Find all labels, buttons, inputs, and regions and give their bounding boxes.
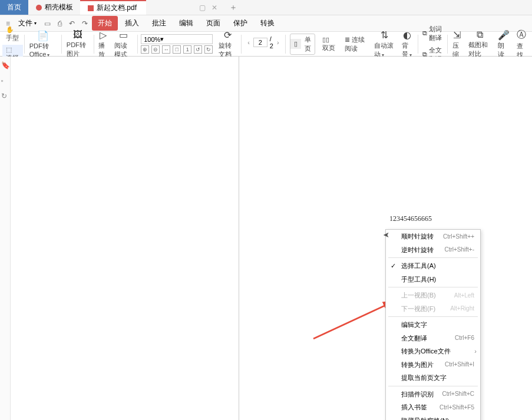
background[interactable]: ◐背景	[398, 28, 417, 60]
sidebar: 🔖 ▫ ↻	[0, 57, 11, 420]
redo-icon[interactable]: ↷	[79, 18, 91, 29]
actual-size-icon[interactable]: 1	[183, 45, 191, 54]
continuous-read[interactable]: ≣ 连续阅读	[341, 34, 371, 54]
zoom-out-icon[interactable]: ⊖	[151, 45, 160, 54]
close-tab-icon[interactable]: ✕	[206, 4, 223, 12]
tab-label: 稻壳模板	[45, 2, 73, 12]
play-button[interactable]: ▷播放	[95, 28, 111, 60]
rotate-left-icon[interactable]: ↺	[194, 45, 202, 54]
bookmark-icon[interactable]: 🔖	[1, 61, 9, 70]
rotate-doc[interactable]: ⟳旋转文档	[215, 28, 240, 60]
read-aloud[interactable]: 🎤朗读	[494, 28, 513, 60]
pdf-icon	[87, 5, 94, 12]
document-body-text: 123454656665	[389, 214, 432, 223]
ctx-hand-tool[interactable]: 手型工具(H)	[386, 273, 480, 286]
tab-label: 新起文档.pdf	[97, 3, 137, 13]
auto-scroll[interactable]: ⇅自动滚动	[371, 28, 398, 60]
word-translate[interactable]: ⧉划词翻译	[419, 24, 446, 44]
tab-document[interactable]: 新起文档.pdf	[80, 0, 146, 15]
ctx-full-translate[interactable]: 全文翻译Ctrl+F6	[386, 332, 480, 345]
restore-icon[interactable]: ▢	[199, 4, 206, 12]
page-1-view[interactable]	[11, 57, 239, 420]
hand-tool[interactable]: ✋ 手型	[2, 25, 23, 44]
pdf-to-office[interactable]: 📄PDF转Office	[26, 29, 60, 59]
page-navigator: ‹ / 2 ›	[246, 35, 280, 49]
menu-annotate[interactable]: 批注	[146, 16, 172, 31]
prev-page-icon[interactable]: ‹	[246, 39, 251, 46]
attachment-icon[interactable]: ↻	[1, 92, 9, 100]
ctx-rotate-ccw[interactable]: 逆时针旋转Ctrl+Shift+-	[386, 243, 480, 257]
rotate-right-icon[interactable]: ↻	[204, 45, 213, 54]
new-tab-button[interactable]: ＋	[223, 2, 243, 13]
ctx-next-view: 下一视图(F)Alt+Right	[386, 302, 480, 316]
toolbar: ✋ 手型 ⬚ 选择 📄PDF转Office 🖼PDF转图片 ▷播放 ▭阅读模式 …	[0, 32, 532, 57]
open-icon[interactable]: ▭	[41, 18, 54, 29]
ctx-convert-office[interactable]: 转换为Office文件	[386, 345, 480, 358]
ctx-rotate-cw[interactable]: 顺时针旋转Ctrl+Shift++	[386, 230, 480, 243]
context-menu: 顺时针旋转Ctrl+Shift++ 逆时针旋转Ctrl+Shift+- ✓选择工…	[385, 229, 481, 420]
fit-page-icon[interactable]: □	[173, 45, 181, 54]
double-page[interactable]: ▯▯ 双页	[319, 35, 341, 54]
app-icon	[35, 4, 42, 11]
ctx-edit-text[interactable]: 编辑文字	[386, 318, 480, 332]
single-page[interactable]: ▯单页	[286, 32, 319, 56]
thumbnail-icon[interactable]: ▫	[1, 77, 9, 85]
fit-width-icon[interactable]: ↔	[162, 45, 170, 54]
ctx-prev-view: 上一视图(B)Alt+Left	[386, 289, 480, 302]
ctx-insert-bookmark[interactable]: 插入书签Ctrl+Shift+F5	[386, 401, 480, 414]
ctx-extract-text[interactable]: 提取当前页文字	[386, 371, 480, 385]
ctx-hide-nav[interactable]: 隐藏导航窗格(N)	[386, 414, 480, 421]
compress[interactable]: ⇲压缩	[449, 28, 465, 60]
page-total: / 2	[270, 35, 273, 49]
next-page-icon[interactable]: ›	[276, 39, 280, 46]
tab-home[interactable]: 首页	[0, 0, 28, 15]
cursor-icon: ➤	[383, 230, 389, 239]
crop-compare[interactable]: ⧉截图和对比	[465, 28, 494, 59]
find[interactable]: Ⓐ查找	[513, 28, 530, 61]
zoom-in-icon[interactable]: ⊕	[141, 45, 149, 54]
ctx-convert-image[interactable]: 转换为图片Ctrl+Shift+I	[386, 358, 480, 372]
pdf-to-image[interactable]: 🖼PDF转图片	[63, 28, 92, 59]
page-input[interactable]	[253, 38, 267, 47]
menu-edit[interactable]: 编辑	[173, 16, 199, 31]
svg-rect-1	[88, 5, 94, 11]
tab-bar: 首页 稻壳模板 新起文档.pdf ▢ ✕ ＋	[0, 0, 532, 15]
ctx-select-tool[interactable]: ✓选择工具(A)	[386, 259, 480, 273]
undo-icon[interactable]: ↶	[66, 18, 78, 29]
ctx-ocr[interactable]: 扫描件识别Ctrl+Shift+C	[386, 388, 480, 401]
check-icon: ✓	[391, 261, 396, 271]
svg-point-0	[36, 5, 42, 11]
print-icon[interactable]: ⎙	[55, 18, 65, 29]
menu-convert[interactable]: 转换	[255, 16, 280, 31]
tab-template[interactable]: 稻壳模板	[28, 0, 80, 15]
zoom-level[interactable]: 100% ▾	[141, 34, 213, 44]
tab-label: 首页	[7, 2, 21, 12]
read-mode[interactable]: ▭阅读模式	[111, 28, 136, 60]
